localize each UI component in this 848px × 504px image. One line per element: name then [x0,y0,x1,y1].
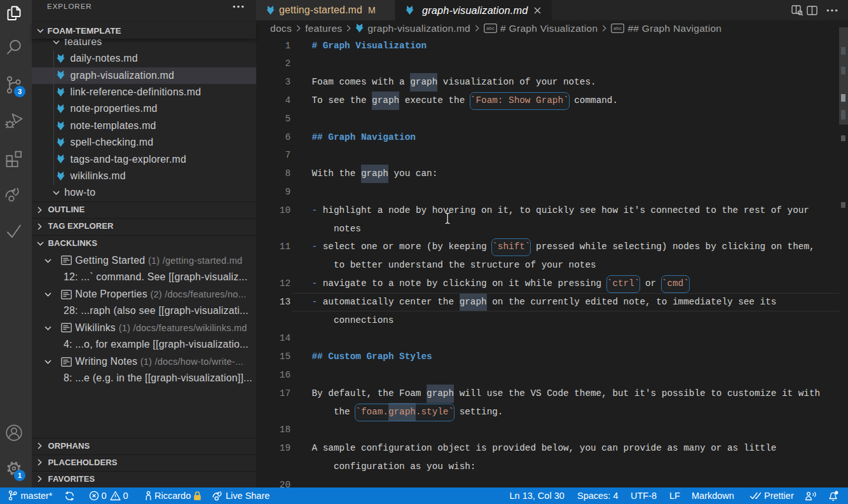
svg-text:abc: abc [613,25,622,31]
svg-text:abc: abc [486,25,495,31]
